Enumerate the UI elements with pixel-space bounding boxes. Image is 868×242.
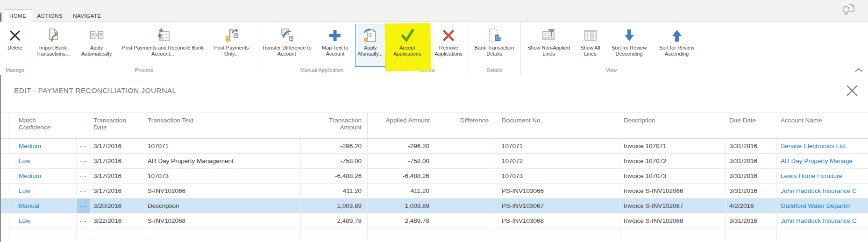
- account-name-cell[interactable]: AR Day Property Manage: [777, 154, 868, 168]
- transaction-date-cell[interactable]: 3/22/2016: [90, 214, 144, 228]
- transaction-date-cell[interactable]: 3/17/2016: [90, 169, 144, 183]
- tab-actions[interactable]: ACTIONS: [32, 9, 68, 22]
- account-name-cell[interactable]: Lewis Home Furniture: [777, 169, 868, 183]
- transaction-amount-cell[interactable]: 2,489.78: [301, 214, 368, 228]
- tab-navigate[interactable]: NAVIGATE: [68, 9, 106, 22]
- transaction-date-cell[interactable]: 3/20/2016: [90, 199, 144, 213]
- row-options-ellipsis-button[interactable]: ···: [77, 214, 90, 228]
- tab-home[interactable]: HOME: [4, 9, 32, 22]
- column-header-applied-amount[interactable]: Applied Amount: [368, 113, 437, 138]
- description-cell[interactable]: Invoice 107073: [620, 169, 726, 183]
- remove-applications-button[interactable]: Remove Applications: [429, 24, 468, 67]
- applied-amount-cell[interactable]: -758.00: [368, 154, 437, 168]
- applied-amount-cell[interactable]: 1,003.89: [368, 199, 437, 213]
- due-date-cell[interactable]: 3/31/2016: [726, 139, 777, 153]
- transaction-amount-cell[interactable]: 1,003.89: [301, 199, 368, 213]
- transaction-date-cell[interactable]: 3/17/2016: [90, 139, 144, 153]
- map-text-to-account-button[interactable]: Map Text to Account: [316, 24, 354, 67]
- match-confidence-cell[interactable]: Medium: [8, 139, 77, 153]
- row-options-ellipsis-button[interactable]: ···: [77, 199, 90, 213]
- show-all-lines-icon: [583, 28, 598, 43]
- applied-amount-cell[interactable]: 411.20: [368, 184, 437, 198]
- difference-cell[interactable]: [437, 199, 493, 213]
- column-header-transaction-text[interactable]: Transaction Text: [144, 113, 301, 138]
- document-no-cell[interactable]: 107072: [493, 154, 620, 168]
- sort-descending-button[interactable]: Sort for Review Descending: [606, 24, 653, 67]
- transaction-text-cell[interactable]: 107071: [144, 139, 301, 153]
- apply-manually-button[interactable]: Apply Manually...: [355, 24, 385, 67]
- due-date-cell[interactable]: 3/31/2016: [726, 184, 777, 198]
- difference-cell[interactable]: [437, 184, 493, 198]
- post-payments-reconcile-button[interactable]: Post Payments and Reconcile Bank Account…: [120, 24, 206, 67]
- show-non-applied-lines-button[interactable]: Show Non-Applied Lines: [523, 24, 575, 67]
- document-no-cell[interactable]: 107073: [493, 169, 620, 183]
- import-bank-transactions-button[interactable]: Import Bank Transactions...: [33, 24, 74, 67]
- difference-cell[interactable]: [437, 139, 493, 153]
- transaction-text-cell[interactable]: S-INV102066: [144, 184, 301, 198]
- match-confidence-cell[interactable]: Low: [8, 154, 77, 168]
- document-no-cell[interactable]: PS-INV103066: [493, 184, 620, 198]
- close-icon[interactable]: [845, 83, 860, 98]
- bank-transaction-details-button[interactable]: Bank Transaction Details: [469, 24, 519, 67]
- column-header-due-date[interactable]: Due Date: [726, 113, 777, 138]
- match-confidence-cell[interactable]: Low: [8, 184, 77, 198]
- transaction-amount-cell[interactable]: -296.20: [301, 139, 368, 153]
- row-options-ellipsis-button[interactable]: ···: [77, 139, 90, 153]
- document-no-cell[interactable]: PS-INV103068: [493, 214, 620, 228]
- difference-cell[interactable]: [437, 154, 493, 168]
- due-date-cell[interactable]: 3/31/2016: [726, 169, 777, 183]
- account-name-cell[interactable]: John Haddock Insurance C: [777, 214, 868, 228]
- description-cell[interactable]: Invoice S-INV102066: [620, 184, 726, 198]
- post-payments-only-label: Post Payments Only...: [207, 45, 256, 57]
- due-date-cell[interactable]: 3/31/2016: [726, 214, 777, 228]
- transaction-text-cell[interactable]: AR Day Property Management: [144, 154, 301, 168]
- post-payments-only-button[interactable]: Post Payments Only...: [207, 24, 256, 67]
- delete-icon: [7, 28, 23, 43]
- column-header-match-confidence[interactable]: Match Confidence: [8, 113, 77, 138]
- column-header-account-name[interactable]: Account Name: [777, 113, 868, 138]
- accept-applications-button[interactable]: Accept Applications: [386, 24, 428, 67]
- transaction-text-cell[interactable]: Description: [144, 199, 301, 213]
- transaction-amount-cell[interactable]: 411.20: [301, 184, 368, 198]
- account-name-cell[interactable]: John Haddock Insurance C: [777, 184, 868, 198]
- show-all-lines-button[interactable]: Show All Lines: [576, 24, 605, 67]
- apply-automatically-button[interactable]: Apply Automatically: [75, 24, 119, 67]
- column-header-transaction-date[interactable]: Transaction Date: [90, 113, 144, 138]
- row-options-ellipsis-button[interactable]: ···: [77, 154, 90, 168]
- applied-amount-cell[interactable]: -6,488.26: [368, 169, 437, 183]
- collapse-ribbon-chevron-up-icon[interactable]: [854, 67, 863, 73]
- description-cell[interactable]: Invoice S-INV102068: [620, 214, 726, 228]
- help-lightbulb-icon[interactable]: [840, 2, 856, 18]
- document-no-cell[interactable]: PS-INV103067: [493, 199, 620, 213]
- column-header-transaction-amount[interactable]: Transaction Amount: [301, 113, 368, 138]
- sort-ascending-button[interactable]: Sort for Review Ascending: [654, 24, 700, 67]
- difference-cell[interactable]: [437, 169, 493, 183]
- transaction-text-cell[interactable]: S-INV102068: [144, 214, 301, 228]
- row-options-ellipsis-button[interactable]: ···: [77, 169, 90, 183]
- document-no-cell[interactable]: 107071: [493, 139, 620, 153]
- column-header-difference[interactable]: Difference: [437, 113, 493, 138]
- transaction-text-cell[interactable]: 107073: [144, 169, 301, 183]
- applied-amount-cell[interactable]: -296.20: [368, 139, 437, 153]
- description-cell[interactable]: Invoice S-INV102067: [620, 199, 726, 213]
- transfer-difference-button[interactable]: Transfer Difference to Account: [258, 24, 315, 67]
- account-name-cell[interactable]: Guildford Water Departm: [777, 199, 868, 213]
- delete-button[interactable]: Delete: [1, 24, 28, 67]
- description-cell[interactable]: Invoice 107072: [620, 154, 726, 168]
- column-header-description[interactable]: Description: [620, 113, 726, 138]
- transaction-amount-cell[interactable]: -758.00: [301, 154, 368, 168]
- due-date-cell[interactable]: 4/2/2016: [726, 199, 777, 213]
- applied-amount-cell[interactable]: 2,489.78: [368, 214, 437, 228]
- transaction-date-cell[interactable]: 3/17/2016: [90, 154, 144, 168]
- row-options-ellipsis-button[interactable]: ···: [77, 184, 90, 198]
- transaction-date-cell[interactable]: 3/17/2016: [90, 184, 144, 198]
- transaction-amount-cell[interactable]: -6,488.26: [301, 169, 368, 183]
- due-date-cell[interactable]: 3/31/2016: [726, 154, 777, 168]
- difference-cell[interactable]: [437, 214, 493, 228]
- column-header-document-no[interactable]: Document No.: [493, 113, 620, 138]
- match-confidence-cell[interactable]: Low: [8, 214, 77, 228]
- account-name-cell[interactable]: Service Electronics Ltd.: [777, 139, 868, 153]
- description-cell[interactable]: Invoice 107071: [620, 139, 726, 153]
- match-confidence-cell[interactable]: Manual: [8, 199, 77, 213]
- match-confidence-cell[interactable]: Medium: [8, 169, 77, 183]
